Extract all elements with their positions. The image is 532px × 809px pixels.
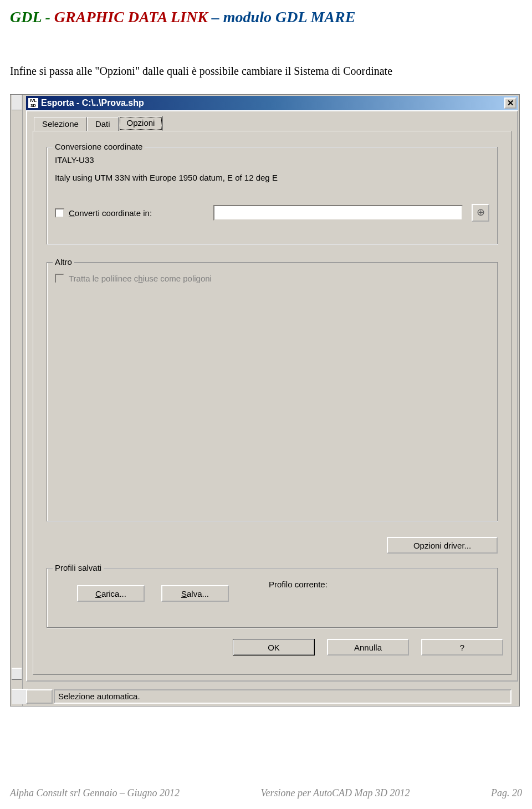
button-label: Salva...	[181, 589, 209, 598]
ok-button[interactable]: OK	[233, 639, 315, 656]
globe-icon: ⊕	[477, 207, 485, 218]
polygons-checkbox-row: Tratta le polilinee chiuse come poligoni	[55, 274, 212, 283]
app-icon: IVL 3D	[28, 98, 38, 108]
load-profile-button[interactable]: Carica...	[77, 585, 145, 602]
groupbox-profili: Profili salvati Carica... Salva... Profi…	[47, 568, 498, 628]
convert-checkbox[interactable]	[55, 208, 64, 218]
close-icon[interactable]: ✕	[504, 98, 516, 109]
tab-selezione[interactable]: Selezione	[34, 117, 87, 131]
cancel-button[interactable]: Annulla	[327, 639, 409, 656]
toolbar-block	[12, 668, 22, 680]
title-part3: – modulo GDL MARE	[208, 8, 356, 25]
groupbox-conversione: Conversione coordinate ITALY-U33 Italy u…	[47, 147, 498, 244]
title-part2: GRAPHIC DATA LINK	[54, 8, 208, 25]
driver-options-button[interactable]: Opzioni driver...	[387, 537, 498, 554]
groupbox-legend: Altro	[53, 257, 74, 267]
footer-left: Alpha Consult srl Gennaio – Giugno 2012	[10, 787, 180, 799]
statusbar-grip	[26, 689, 53, 704]
polygons-checkbox	[55, 274, 64, 283]
dialog-title: Esporta - C:\..\Prova.shp	[41, 98, 504, 108]
save-profile-button[interactable]: Salva...	[161, 585, 229, 602]
dialog-screenshot: IVL 3D Esporta - C:\..\Prova.shp ✕ Selez…	[10, 94, 520, 706]
statusbar-text: Selezione automatica.	[54, 689, 511, 704]
app-left-toolbar	[11, 95, 23, 706]
groupbox-legend: Profili salvati	[53, 563, 104, 572]
dialog-body: Selezione Dati Opzioni Conversione coord…	[26, 110, 518, 682]
tab-strip: Selezione Dati Opzioni	[34, 117, 163, 131]
polygons-checkbox-label: Tratta le polilinee chiuse come poligoni	[69, 274, 212, 283]
tab-opzioni[interactable]: Opzioni	[119, 116, 163, 131]
browse-coord-button[interactable]: ⊕	[472, 204, 489, 222]
statusbar-resize-grip	[511, 689, 518, 704]
footer-center: Versione per AutoCAD Map 3D 2012	[260, 787, 410, 799]
page-footer: Alpha Consult srl Gennaio – Giugno 2012 …	[10, 787, 522, 799]
toolbar-block	[12, 95, 22, 110]
groupbox-altro: Altro Tratta le polilinee chiuse come po…	[47, 262, 498, 521]
current-profile-label: Profilo corrente:	[269, 580, 328, 589]
footer-right: Pag. 20	[491, 787, 522, 799]
page-title: GDL - GRAPHIC DATA LINK – modulo GDL MAR…	[10, 8, 522, 26]
title-part1: GDL -	[10, 8, 54, 25]
statusbar: Selezione automatica.	[26, 688, 518, 705]
dialog-titlebar[interactable]: IVL 3D Esporta - C:\..\Prova.shp ✕	[26, 96, 518, 110]
convert-checkbox-row[interactable]: Converti coordinate in:	[55, 208, 152, 218]
groupbox-legend: Conversione coordinate	[53, 142, 145, 151]
body-paragraph: Infine si passa alle "Opzioni" dalle qua…	[10, 65, 522, 78]
tab-panel-opzioni: Conversione coordinate ITALY-U33 Italy u…	[33, 131, 511, 675]
convert-target-input[interactable]	[213, 205, 463, 221]
tab-dati[interactable]: Dati	[87, 117, 119, 131]
button-label: Carica...	[95, 589, 126, 598]
coord-system-desc: Italy using UTM 33N with Europe 1950 dat…	[55, 173, 278, 182]
convert-checkbox-label: Converti coordinate in:	[69, 208, 152, 218]
coord-system-name: ITALY-U33	[55, 155, 94, 165]
help-button[interactable]: ?	[421, 639, 503, 656]
